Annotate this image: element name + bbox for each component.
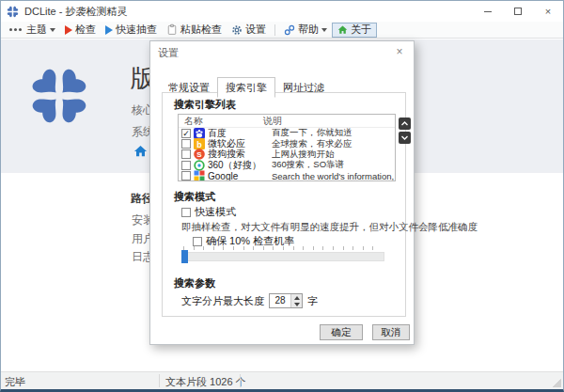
slider-ticks	[183, 246, 383, 250]
close-icon: ×	[545, 6, 551, 17]
toolbar-separator	[274, 24, 275, 36]
check-label: 检查	[75, 23, 96, 37]
theme-label: 主题	[26, 23, 47, 37]
minimize-icon	[484, 11, 492, 12]
mode-description: 即抽样检查，对大文件有明显的速度提升，但对小文件会降低准确度	[181, 221, 478, 234]
fragment-length-stepper[interactable]: 28	[269, 293, 303, 308]
tab-search-engine[interactable]: 搜索引擎	[217, 77, 275, 98]
sogou-icon: S	[194, 149, 205, 160]
engine-list-title: 搜索引擎列表	[174, 98, 236, 112]
tab-url-filter[interactable]: 网址过滤	[275, 78, 332, 98]
help-label: 帮助	[298, 23, 319, 37]
settings-tabs: 常规设置 搜索引擎 网址过滤	[161, 77, 332, 98]
fragment-length-label: 文字分片最大长度	[181, 294, 264, 308]
app-window: DCLite - 抄袭检测精灵 × 主题 检查 快速抽查 粘贴检查	[0, 0, 564, 392]
status-bar: 完毕 文本片段 1026 个	[1, 371, 563, 389]
triangle-up-icon	[294, 296, 300, 300]
toolbar-theme-button[interactable]: 主题	[5, 22, 60, 38]
dialog-title: 设置	[158, 46, 179, 60]
tab-general[interactable]: 常规设置	[161, 78, 217, 98]
quick-check-label: 快速抽查	[116, 23, 157, 37]
engine-desc: Search the world's information, includin…	[272, 171, 395, 181]
about-label: 关于	[351, 23, 371, 37]
fast-mode-checkbox-row[interactable]: 快速模式	[181, 205, 236, 219]
app-clover-icon	[7, 6, 19, 18]
run-check-icon	[65, 25, 72, 35]
toolbar-about-button[interactable]: 关于	[332, 23, 377, 38]
slider-thumb[interactable]	[181, 250, 188, 263]
engine-name: Google	[208, 171, 272, 181]
dialog-close-button[interactable]: ×	[393, 45, 406, 58]
slider-track[interactable]	[181, 252, 384, 261]
engine-checkbox[interactable]	[181, 149, 191, 159]
engine-checkbox[interactable]	[181, 161, 191, 170]
engine-checkbox[interactable]	[181, 139, 191, 149]
settings-dialog: 设置 × 常规设置 搜索引擎 网址过滤 搜索引擎列表 名称 说明 ✓	[149, 40, 415, 345]
rate-slider[interactable]	[181, 246, 384, 263]
search-params-title: 搜索参数	[174, 276, 215, 290]
ensure-rate-checkbox[interactable]	[193, 237, 202, 246]
stepper-down-button[interactable]	[291, 301, 302, 307]
engine-checkbox[interactable]: ✓	[181, 129, 191, 138]
paste-check-label: 粘贴检查	[180, 23, 222, 37]
toolbar-check-button[interactable]: 检查	[60, 22, 101, 38]
triangle-down-icon	[294, 303, 300, 306]
fast-mode-checkbox[interactable]	[181, 208, 191, 217]
status-state: 完毕	[5, 375, 25, 389]
column-desc: 说明	[263, 115, 282, 128]
chevron-down-icon	[321, 28, 327, 32]
fragment-length-unit: 字	[307, 294, 318, 308]
status-separator	[159, 374, 160, 387]
overflow-icon	[9, 28, 22, 31]
column-name: 名称	[179, 115, 263, 128]
toolbar-quick-check-button[interactable]: 快速抽查	[101, 22, 162, 38]
chevron-down-icon	[50, 28, 55, 32]
homepage-link-icon[interactable]	[133, 144, 148, 158]
resize-grip-icon[interactable]	[552, 378, 561, 387]
close-button[interactable]: ×	[533, 1, 563, 22]
toolbar: 主题 检查 快速抽查 粘贴检查 设置	[1, 22, 563, 39]
chevron-down-icon	[400, 133, 409, 142]
engine-listbox[interactable]: 名称 说明 ✓ 百度 百度一下，你就知道	[178, 114, 396, 181]
chevron-up-icon	[400, 119, 409, 128]
move-down-button[interactable]	[399, 132, 411, 144]
fast-mode-label: 快速模式	[195, 205, 236, 219]
fragment-length-row: 文字分片最大长度 28 字	[181, 293, 318, 308]
svg-text:b: b	[196, 140, 202, 149]
toolbar-paste-check-button[interactable]: 粘贴检查	[162, 22, 227, 38]
toolbar-help-button[interactable]: 帮助	[279, 22, 332, 38]
title-bar: DCLite - 抄袭检测精灵 ×	[1, 1, 563, 22]
fragment-length-value[interactable]: 28	[270, 294, 290, 307]
home-icon	[337, 24, 348, 35]
engine-desc: 360搜索，SO靠谱	[272, 159, 395, 171]
status-fragments: 文本片段 1026 个	[165, 375, 246, 389]
toolbar-settings-button[interactable]: 设置	[227, 22, 271, 38]
bing-icon: b	[194, 138, 205, 149]
link-icon	[284, 24, 295, 36]
maximize-button[interactable]	[503, 1, 533, 22]
cancel-button[interactable]: 取消	[372, 324, 410, 340]
move-up-button[interactable]	[399, 118, 411, 130]
tab-page-search-engine: 搜索引擎列表 名称 说明 ✓ 百度 百度一下，你就知道	[162, 92, 406, 317]
google-icon	[194, 170, 205, 181]
baidu-icon	[194, 128, 205, 139]
engine-checkbox[interactable]	[181, 171, 191, 180]
ok-button[interactable]: 确定	[320, 324, 363, 340]
settings-label: 设置	[245, 23, 266, 37]
gear-icon	[231, 24, 243, 36]
search-mode-title: 搜索模式	[174, 190, 215, 204]
quick-check-icon	[105, 25, 113, 35]
engine-row-google[interactable]: Google Search the world's information, i…	[179, 171, 395, 181]
maximize-icon	[514, 8, 522, 15]
engine-row-360[interactable]: 360（好搜） 360搜索，SO靠谱	[179, 160, 395, 170]
stepper-up-button[interactable]	[291, 294, 302, 301]
status-separator	[240, 374, 241, 387]
clipboard-icon	[166, 24, 178, 36]
so360-icon	[194, 160, 205, 171]
minimize-button[interactable]	[473, 1, 503, 22]
svg-text:S: S	[196, 150, 202, 159]
window-title: DCLite - 抄袭检测精灵	[24, 5, 127, 19]
clover-logo	[29, 66, 89, 126]
